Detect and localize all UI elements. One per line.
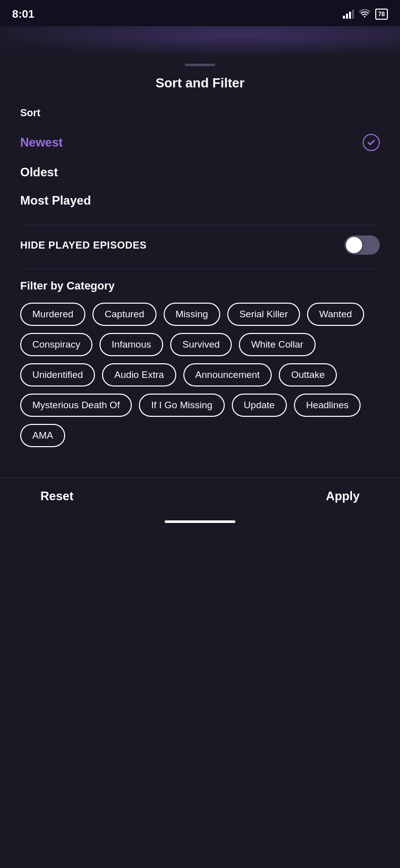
sort-newest-check: [363, 134, 380, 151]
signal-icon: [343, 10, 354, 19]
tag-murdered[interactable]: Murdered: [20, 303, 85, 326]
tag-missing[interactable]: Missing: [164, 303, 220, 326]
tag-serial-killer[interactable]: Serial Killer: [227, 303, 300, 326]
tag-audio-extra[interactable]: Audio Extra: [102, 363, 176, 387]
hide-played-toggle[interactable]: [344, 235, 380, 255]
reset-button[interactable]: Reset: [40, 489, 73, 503]
category-tags: Murdered Captured Missing Serial Killer …: [20, 303, 380, 447]
hide-played-label: HIDE PLAYED EPISODES: [20, 239, 146, 251]
divider-toggle: [20, 269, 380, 269]
tag-conspiracy[interactable]: Conspiracy: [20, 333, 92, 356]
sheet-handle: [0, 57, 400, 70]
tag-update[interactable]: Update: [232, 394, 287, 417]
tag-if-i-go-missing[interactable]: If I Go Missing: [139, 394, 224, 417]
modal-content: Sort and Filter Sort Newest Oldest Most …: [0, 70, 400, 467]
tag-infamous[interactable]: Infamous: [99, 333, 163, 356]
tag-survived[interactable]: Survived: [170, 333, 232, 356]
sort-newest-label: Newest: [20, 135, 63, 150]
tag-announcement[interactable]: Announcement: [183, 363, 272, 387]
battery-icon: 78: [375, 9, 388, 20]
tag-outtake[interactable]: Outtake: [279, 363, 337, 387]
divider-sort: [20, 225, 380, 225]
tag-headlines[interactable]: Headlines: [294, 394, 361, 417]
sort-option-oldest[interactable]: Oldest: [20, 158, 380, 186]
home-bar: [165, 520, 235, 523]
status-icons: 78: [343, 9, 388, 20]
home-indicator: [0, 514, 400, 531]
sort-option-most-played[interactable]: Most Played: [20, 186, 380, 215]
tag-mysterious-death-of[interactable]: Mysterious Death Of: [20, 394, 132, 417]
toggle-knob: [346, 237, 362, 253]
sort-most-played-label: Most Played: [20, 194, 91, 208]
status-time: 8:01: [12, 8, 34, 21]
modal-title: Sort and Filter: [20, 75, 380, 91]
sort-section-label: Sort: [20, 107, 380, 119]
tag-ama[interactable]: AMA: [20, 424, 65, 447]
sort-option-newest[interactable]: Newest: [20, 127, 380, 158]
bottom-bar: Reset Apply: [0, 477, 400, 514]
sort-oldest-label: Oldest: [20, 165, 58, 179]
background-image: [0, 26, 400, 57]
tag-captured[interactable]: Captured: [92, 303, 156, 326]
tag-white-collar[interactable]: White Collar: [239, 333, 315, 356]
tag-unidentified[interactable]: Unidentified: [20, 363, 95, 387]
hide-played-row: HIDE PLAYED EPISODES: [20, 235, 380, 255]
wifi-icon: [359, 9, 370, 20]
apply-button[interactable]: Apply: [326, 489, 360, 503]
tag-wanted[interactable]: Wanted: [307, 303, 364, 326]
status-bar: 8:01 78: [0, 0, 400, 26]
filter-category-label: Filter by Category: [20, 279, 380, 293]
